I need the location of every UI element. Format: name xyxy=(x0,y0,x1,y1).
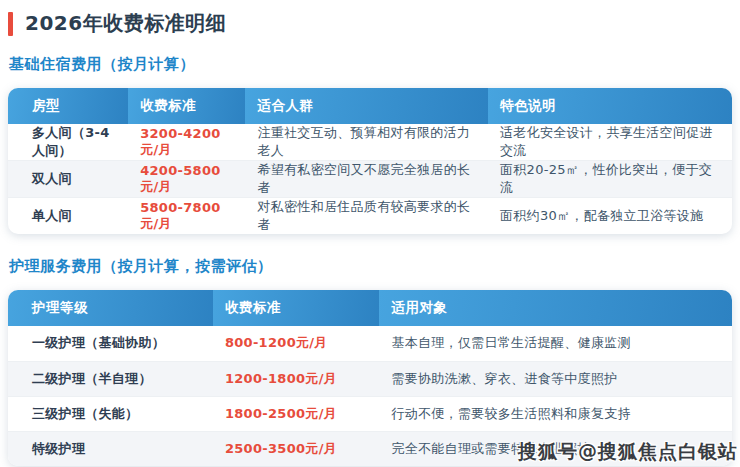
audience-cell: 对私密性和居住品质有较高要求的长者 xyxy=(245,198,488,235)
price-cell: 800-1200元/月 xyxy=(213,326,380,361)
section-title-nursing: 护理服务费用（按月计算，按需评估） xyxy=(9,257,732,276)
title-accent-bar xyxy=(8,12,13,36)
price-cell: 3200-4200元/月 xyxy=(128,124,245,161)
price-cell: 1800-2500元/月 xyxy=(213,396,380,431)
price-cell: 5800-7800元/月 xyxy=(128,198,245,235)
section-title-accommodation: 基础住宿费用（按月计算） xyxy=(9,55,732,74)
column-header-price: 收费标准 xyxy=(213,290,380,326)
target-cell: 需要协助洗漱、穿衣、进食等中度照护 xyxy=(379,361,732,396)
sohu-watermark: 搜狐号@搜狐焦点白银站 xyxy=(518,439,738,465)
nursing-level-cell: 三级护理（失能） xyxy=(8,396,213,431)
table-header-row: 护理等级 收费标准 适用对象 xyxy=(8,290,732,326)
price-cell: 4200-5800元/月 xyxy=(128,161,245,198)
audience-cell: 注重社交互动、预算相对有限的活力老人 xyxy=(245,124,488,161)
target-cell: 行动不便，需要较多生活照料和康复支持 xyxy=(379,396,732,431)
column-header-feature: 特色说明 xyxy=(488,88,732,124)
column-header-price: 收费标准 xyxy=(128,88,245,124)
nursing-level-cell: 一级护理（基础协助） xyxy=(8,326,213,361)
fee-detail-page: 2026年收费标准明细 基础住宿费用（按月计算） 房型 收费标准 适合人群 特色… xyxy=(0,0,740,466)
room-type-cell: 多人间（3-4人间） xyxy=(8,124,128,161)
table-row: 多人间（3-4人间） 3200-4200元/月 注重社交互动、预算相对有限的活力… xyxy=(8,124,732,161)
nursing-level-cell: 二级护理（半自理） xyxy=(8,361,213,396)
target-cell: 基本自理，仅需日常生活提醒、健康监测 xyxy=(379,326,732,361)
feature-cell: 适老化安全设计，共享生活空间促进交流 xyxy=(488,124,732,161)
column-header-audience: 适合人群 xyxy=(245,88,488,124)
nursing-level-cell: 特级护理 xyxy=(8,431,213,466)
room-type-cell: 双人间 xyxy=(8,161,128,198)
column-header-nursing-level: 护理等级 xyxy=(8,290,213,326)
price-cell: 1200-1800元/月 xyxy=(213,361,380,396)
table-row: 一级护理（基础协助） 800-1200元/月 基本自理，仅需日常生活提醒、健康监… xyxy=(8,326,732,361)
table-row: 三级护理（失能） 1800-2500元/月 行动不便，需要较多生活照料和康复支持 xyxy=(8,396,732,431)
audience-cell: 希望有私密空间又不愿完全独居的长者 xyxy=(245,161,488,198)
table-row: 二级护理（半自理） 1200-1800元/月 需要协助洗漱、穿衣、进食等中度照护 xyxy=(8,361,732,396)
feature-cell: 面积约30㎡，配备独立卫浴等设施 xyxy=(488,198,732,235)
accommodation-fee-table: 房型 收费标准 适合人群 特色说明 多人间（3-4人间） 3200-4200元/… xyxy=(8,88,732,234)
room-type-cell: 单人间 xyxy=(8,198,128,235)
page-title-row: 2026年收费标准明细 xyxy=(8,10,732,37)
price-cell: 2500-3500元/月 xyxy=(213,431,380,466)
column-header-room-type: 房型 xyxy=(8,88,128,124)
page-title: 2026年收费标准明细 xyxy=(25,10,226,37)
feature-cell: 面积20-25㎡，性价比突出，便于交流 xyxy=(488,161,732,198)
table-row: 双人间 4200-5800元/月 希望有私密空间又不愿完全独居的长者 面积20-… xyxy=(8,161,732,198)
table-header-row: 房型 收费标准 适合人群 特色说明 xyxy=(8,88,732,124)
accommodation-fee-card: 房型 收费标准 适合人群 特色说明 多人间（3-4人间） 3200-4200元/… xyxy=(8,88,732,234)
column-header-target: 适用对象 xyxy=(379,290,732,326)
table-row: 单人间 5800-7800元/月 对私密性和居住品质有较高要求的长者 面积约30… xyxy=(8,198,732,235)
